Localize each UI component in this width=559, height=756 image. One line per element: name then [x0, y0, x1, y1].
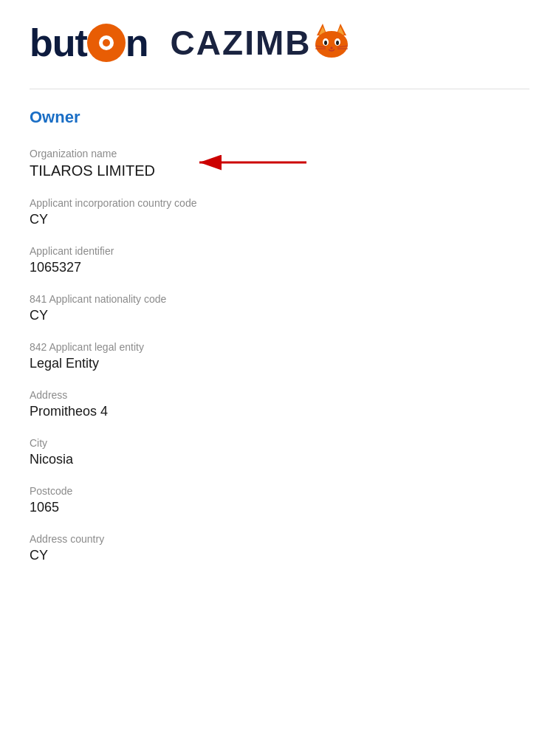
legal-entity-value: Legal Entity [30, 356, 529, 371]
applicant-identifier-label: Applicant identifier [30, 245, 529, 257]
header: but n CAZIMB [30, 22, 529, 63]
field-incorporation-country: Applicant incorporation country code CY [30, 197, 529, 227]
applicant-identifier-value: 1065327 [30, 260, 529, 275]
header-divider [30, 89, 529, 89]
address-country-value: CY [30, 548, 529, 563]
legal-entity-label: 842 Applicant legal entity [30, 341, 529, 353]
incorporation-country-label: Applicant incorporation country code [30, 197, 529, 209]
cazimbo-cat-icon [314, 22, 349, 63]
arrow-annotation [192, 148, 310, 180]
city-label: City [30, 437, 529, 449]
field-postcode: Postcode 1065 [30, 485, 529, 515]
nationality-code-label: 841 Applicant nationality code [30, 293, 529, 305]
address-value: Promitheos 4 [30, 404, 529, 419]
buton-circle-icon [87, 24, 126, 62]
svg-point-11 [336, 41, 339, 45]
svg-point-10 [324, 41, 327, 45]
buton-logo: but n [30, 24, 148, 62]
cazimbo-logo: CAZIMB [171, 22, 350, 63]
postcode-label: Postcode [30, 485, 529, 497]
field-city: City Nicosia [30, 437, 529, 467]
incorporation-country-value: CY [30, 212, 529, 227]
nationality-code-value: CY [30, 308, 529, 323]
address-label: Address [30, 389, 529, 401]
field-nationality-code: 841 Applicant nationality code CY [30, 293, 529, 323]
postcode-value: 1065 [30, 500, 529, 515]
field-address-country: Address country CY [30, 533, 529, 563]
address-country-label: Address country [30, 533, 529, 545]
svg-point-2 [103, 39, 110, 47]
buton-text-but: but [30, 24, 87, 62]
field-organization-name: Organization name TILAROS LIMITED [30, 148, 529, 179]
field-address: Address Promitheos 4 [30, 389, 529, 419]
city-value: Nicosia [30, 452, 529, 467]
section-title: Owner [30, 108, 529, 127]
svg-point-7 [315, 31, 348, 58]
buton-text-n: n [126, 24, 148, 62]
cazimbo-text: CAZIMB [171, 26, 312, 60]
field-legal-entity: 842 Applicant legal entity Legal Entity [30, 341, 529, 371]
field-applicant-identifier: Applicant identifier 1065327 [30, 245, 529, 275]
owner-section: Owner Organization name TILAROS LIMITED … [30, 108, 529, 563]
